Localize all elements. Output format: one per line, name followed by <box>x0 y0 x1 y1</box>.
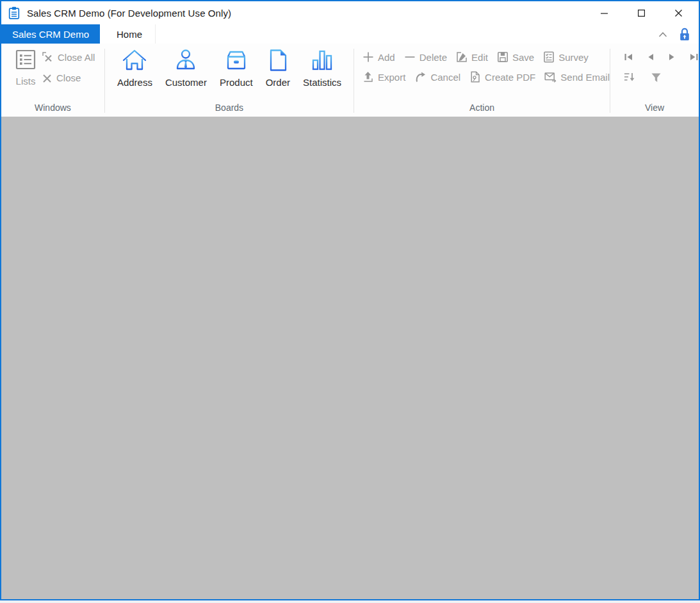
lock-button[interactable] <box>678 27 691 41</box>
close-icon <box>42 73 53 83</box>
product-button[interactable]: Product <box>215 44 257 101</box>
delete-button[interactable]: Delete <box>404 51 447 63</box>
create-pdf-button[interactable]: Create PDF <box>469 71 535 83</box>
title-bar: Sales CRM Demo (For Development Use Only… <box>1 1 699 24</box>
maximize-icon <box>637 9 646 17</box>
order-button-label: Order <box>266 77 290 88</box>
lists-button[interactable]: Lists <box>10 44 42 101</box>
window-title: Sales CRM Demo (For Development Use Only… <box>27 8 231 19</box>
lock-icon <box>678 27 691 41</box>
first-record-icon <box>624 53 633 62</box>
group-caption-boards: Boards <box>105 101 354 117</box>
minimize-icon <box>600 9 608 17</box>
house-icon <box>121 48 148 72</box>
ribbon-group-boards: Address Customer <box>105 44 354 117</box>
add-label: Add <box>378 52 395 63</box>
collapse-ribbon-chevron-icon <box>658 31 668 38</box>
address-button[interactable]: Address <box>113 44 157 101</box>
sort-icon <box>624 72 636 83</box>
pencil-icon <box>456 51 468 63</box>
window-controls <box>581 3 699 23</box>
export-arrow-icon <box>362 71 374 83</box>
cancel-button[interactable]: Cancel <box>414 71 460 83</box>
previous-record-button[interactable] <box>647 53 655 62</box>
send-email-label: Send Email <box>560 72 610 83</box>
survey-label: Survey <box>558 52 589 63</box>
close-all-icon <box>42 51 54 63</box>
product-button-label: Product <box>220 77 253 88</box>
filter-button[interactable] <box>651 72 662 83</box>
application-menu-button[interactable]: Sales CRM Demo <box>1 24 100 44</box>
floppy-icon <box>497 51 509 63</box>
collapse-ribbon-button[interactable] <box>658 31 668 38</box>
tab-home[interactable]: Home <box>104 24 156 44</box>
customer-button-label: Customer <box>165 77 207 88</box>
previous-record-icon <box>647 53 655 62</box>
app-window: Sales CRM Demo (For Development Use Only… <box>0 0 700 600</box>
edit-label: Edit <box>471 52 488 63</box>
next-record-button[interactable] <box>668 53 676 62</box>
ribbon-group-action: Add Delete Edit <box>354 44 610 117</box>
lists-button-label: Lists <box>16 76 36 87</box>
last-record-button[interactable] <box>689 53 699 62</box>
close-window-icon <box>674 9 683 17</box>
group-caption-windows: Windows <box>1 101 104 117</box>
delete-label: Delete <box>419 52 447 63</box>
close-all-label: Close All <box>58 52 95 63</box>
group-caption-action: Action <box>354 101 610 117</box>
clipboard-icon <box>8 6 20 20</box>
sort-button[interactable] <box>624 72 636 83</box>
workspace-empty-area <box>1 117 699 599</box>
save-label: Save <box>512 52 534 63</box>
statistics-button[interactable]: Statistics <box>298 44 346 101</box>
export-label: Export <box>378 72 405 83</box>
window-bottom-edge <box>0 600 700 603</box>
checklist-icon <box>543 51 555 63</box>
ribbon-group-view: View <box>610 44 699 117</box>
close-window-button[interactable] <box>664 3 692 23</box>
group-caption-view: View <box>610 101 699 117</box>
close-all-button[interactable]: Close All <box>42 51 95 63</box>
cancel-label: Cancel <box>430 72 460 83</box>
pdf-icon <box>469 71 481 83</box>
order-button[interactable]: Order <box>261 44 295 101</box>
close-label: Close <box>56 72 81 83</box>
next-record-icon <box>668 53 676 62</box>
plus-icon <box>362 51 374 63</box>
document-icon <box>266 48 289 72</box>
filter-icon <box>651 72 662 83</box>
minimize-button[interactable] <box>590 3 618 23</box>
undo-arrow-icon <box>414 71 427 83</box>
lists-icon <box>14 48 37 71</box>
save-button[interactable]: Save <box>497 51 534 63</box>
survey-button[interactable]: Survey <box>543 51 589 63</box>
close-button[interactable]: Close <box>42 72 95 83</box>
ribbon: Lists Close All <box>1 44 699 117</box>
create-pdf-label: Create PDF <box>485 72 535 83</box>
last-record-icon <box>689 53 699 62</box>
box-icon <box>223 48 250 72</box>
export-button[interactable]: Export <box>362 71 405 83</box>
tab-row-right-controls <box>658 24 699 44</box>
address-button-label: Address <box>117 77 152 88</box>
person-icon <box>172 48 199 72</box>
send-email-button[interactable]: Send Email <box>544 71 610 83</box>
statistics-button-label: Statistics <box>303 77 341 88</box>
ribbon-group-windows: Lists Close All <box>1 44 104 117</box>
maximize-button[interactable] <box>627 3 655 23</box>
bar-chart-icon <box>309 48 335 72</box>
edit-button[interactable]: Edit <box>456 51 488 63</box>
add-button[interactable]: Add <box>362 51 395 63</box>
ribbon-tab-row: Sales CRM Demo Home <box>1 24 699 44</box>
customer-button[interactable]: Customer <box>161 44 211 101</box>
minus-icon <box>404 51 416 63</box>
envelope-icon <box>544 71 557 83</box>
first-record-button[interactable] <box>624 53 633 62</box>
